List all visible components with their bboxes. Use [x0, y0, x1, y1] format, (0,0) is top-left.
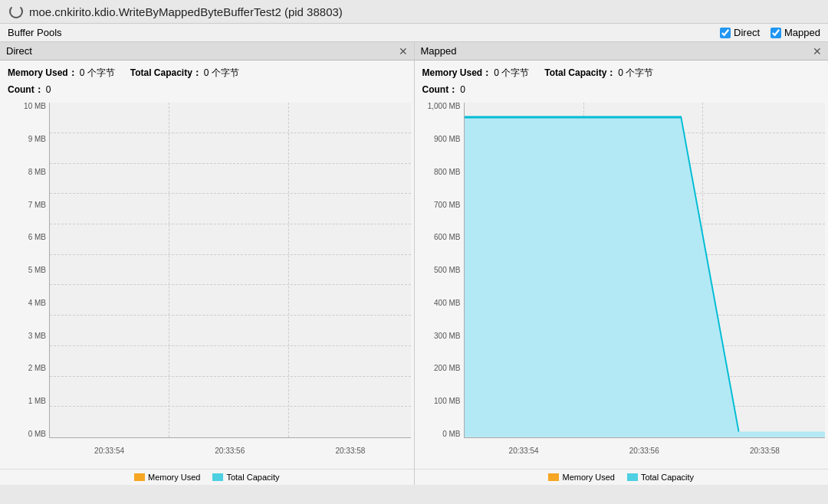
mapped-label: Mapped: [784, 27, 820, 38]
total-capacity-swatch: [212, 473, 223, 481]
direct-y-4: 4 MB: [3, 299, 49, 307]
mapped-y-2: 200 MB: [418, 365, 464, 372]
direct-panel-title: Direct: [6, 45, 32, 57]
direct-y-3: 3 MB: [3, 332, 49, 340]
mapped-legend-capacity: Total Capacity: [627, 473, 694, 482]
mapped-panel: Mapped ✕ Memory Used： 0 个字节 Total Capaci…: [415, 42, 829, 485]
mapped-y-3: 300 MB: [418, 332, 464, 340]
mapped-count-value: 0: [460, 82, 465, 99]
mapped-legend-memory: Memory Used: [548, 473, 614, 482]
panels-container: Direct ✕ Memory Used： 0 个字节 Total Capaci…: [0, 42, 828, 485]
direct-x-2: 20:33:58: [335, 447, 365, 455]
mapped-memory-used-label: Memory Used：: [422, 65, 492, 82]
mapped-chart-area: 0 MB 100 MB 200 MB 300 MB 400 MB 500 MB …: [418, 100, 826, 469]
mapped-close-button[interactable]: ✕: [813, 46, 822, 57]
mapped-total-capacity-swatch: [627, 473, 638, 481]
direct-legend-memory: Memory Used: [134, 473, 200, 482]
mapped-x-axis: 20:33:54 20:33:56 20:33:58: [464, 447, 826, 455]
mapped-x-1: 20:33:56: [629, 447, 659, 455]
direct-legend-capacity: Total Capacity: [212, 473, 279, 482]
direct-total-capacity-value: 0 个字节: [204, 65, 239, 82]
mapped-y-4: 400 MB: [418, 299, 464, 307]
direct-panel-header: Direct ✕: [0, 42, 414, 61]
direct-close-button[interactable]: ✕: [399, 46, 408, 57]
direct-y-8: 8 MB: [3, 169, 49, 176]
toolbar: Buffer Pools Direct Mapped: [0, 24, 828, 42]
direct-y-1: 1 MB: [3, 398, 49, 405]
direct-y-axis: 0 MB 1 MB 2 MB 3 MB 4 MB 5 MB 6 MB 7 MB …: [3, 103, 49, 438]
mapped-panel-stats: Memory Used： 0 个字节 Total Capacity： 0 个字节…: [415, 61, 829, 100]
svg-marker-0: [465, 117, 826, 437]
direct-chart-plot: [49, 103, 411, 438]
direct-panel-stats: Memory Used： 0 个字节 Total Capacity： 0 个字节…: [0, 61, 414, 100]
direct-count-label: Count：: [8, 82, 44, 99]
direct-legend-capacity-label: Total Capacity: [226, 473, 279, 482]
mapped-y-9: 900 MB: [418, 136, 464, 143]
direct-legend-memory-label: Memory Used: [148, 473, 200, 482]
mapped-panel-header: Mapped ✕: [415, 42, 829, 61]
checkbox-group: Direct Mapped: [720, 27, 820, 38]
mapped-panel-title: Mapped: [421, 45, 457, 57]
mapped-checkbox-label[interactable]: Mapped: [770, 27, 820, 38]
mapped-chart-svg: [465, 103, 826, 437]
mapped-y-axis: 0 MB 100 MB 200 MB 300 MB 400 MB 500 MB …: [418, 103, 464, 438]
title-bar: moe.cnkirito.kdio.WriteByMappedByteBuffe…: [0, 0, 828, 24]
mapped-y-10: 1,000 MB: [418, 103, 464, 110]
direct-x-1: 20:33:56: [215, 447, 245, 455]
direct-memory-used-value: 0 个字节: [80, 65, 115, 82]
mapped-legend: Memory Used Total Capacity: [415, 469, 829, 485]
mapped-y-1: 100 MB: [418, 398, 464, 405]
mapped-y-8: 800 MB: [418, 169, 464, 176]
mapped-total-capacity-label: Total Capacity：: [544, 65, 616, 82]
mapped-y-0: 0 MB: [418, 430, 464, 438]
mapped-total-capacity-value: 0 个字节: [618, 65, 653, 82]
direct-y-7: 7 MB: [3, 201, 49, 209]
mapped-x-2: 20:33:58: [750, 447, 780, 455]
direct-y-9: 9 MB: [3, 136, 49, 143]
mapped-chart-plot: [464, 103, 826, 438]
direct-memory-used-label: Memory Used：: [8, 65, 77, 82]
direct-y-5: 5 MB: [3, 267, 49, 274]
direct-chart-svg: [50, 103, 411, 437]
direct-panel: Direct ✕ Memory Used： 0 个字节 Total Capaci…: [0, 42, 415, 485]
mapped-memory-used-value: 0 个字节: [494, 65, 529, 82]
mapped-y-7: 700 MB: [418, 201, 464, 209]
direct-total-capacity-label: Total Capacity：: [130, 65, 202, 82]
memory-used-swatch: [134, 473, 145, 481]
direct-y-2: 2 MB: [3, 365, 49, 372]
mapped-checkbox[interactable]: [770, 28, 781, 38]
mapped-y-5: 500 MB: [418, 267, 464, 274]
mapped-memory-used-swatch: [548, 473, 559, 481]
direct-legend: Memory Used Total Capacity: [0, 469, 414, 485]
mapped-legend-capacity-label: Total Capacity: [641, 473, 694, 482]
direct-count-value: 0: [46, 82, 51, 99]
direct-label: Direct: [734, 27, 760, 38]
direct-chart-area: 0 MB 1 MB 2 MB 3 MB 4 MB 5 MB 6 MB 7 MB …: [3, 100, 411, 469]
mapped-x-0: 20:33:54: [509, 447, 539, 455]
mapped-y-6: 600 MB: [418, 234, 464, 241]
mapped-legend-memory-label: Memory Used: [562, 473, 614, 482]
direct-checkbox[interactable]: [720, 28, 731, 38]
direct-x-0: 20:33:54: [94, 447, 124, 455]
toolbar-label: Buffer Pools: [8, 27, 715, 38]
direct-y-6: 6 MB: [3, 234, 49, 241]
loading-icon: [9, 5, 23, 18]
window-title: moe.cnkirito.kdio.WriteByMappedByteBuffe…: [29, 5, 343, 18]
direct-checkbox-label[interactable]: Direct: [720, 27, 760, 38]
direct-x-axis: 20:33:54 20:33:56 20:33:58: [49, 447, 411, 455]
mapped-count-label: Count：: [422, 82, 458, 99]
direct-y-10: 10 MB: [3, 103, 49, 110]
direct-y-0: 0 MB: [3, 430, 49, 438]
